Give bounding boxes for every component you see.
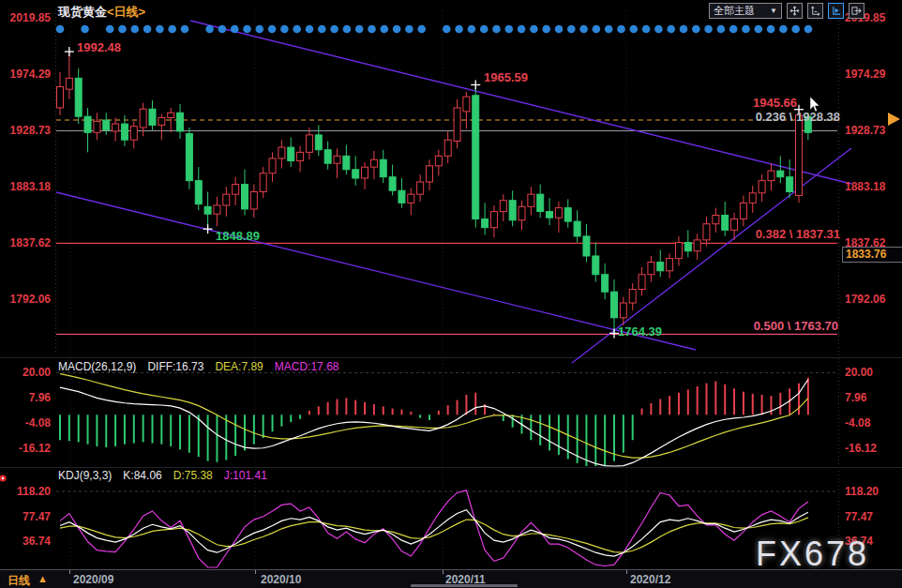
candle-body bbox=[158, 117, 165, 125]
d-line bbox=[60, 518, 808, 552]
candle-body bbox=[362, 167, 368, 178]
signal-dot bbox=[256, 25, 264, 34]
candle-body bbox=[260, 173, 266, 192]
signal-dot bbox=[717, 25, 726, 34]
signal-dot bbox=[530, 25, 538, 34]
candle-body bbox=[408, 194, 414, 203]
horizontal-scrollbar-thumb[interactable] bbox=[411, 584, 518, 587]
candle-body bbox=[315, 135, 322, 150]
candle-body bbox=[233, 185, 239, 195]
dea-line bbox=[60, 374, 808, 459]
macd-histogram bbox=[60, 378, 808, 466]
themes-dropdown[interactable]: 全部主题 ▼ bbox=[709, 3, 782, 19]
candle-body bbox=[297, 152, 304, 160]
move-crosshair-icon[interactable] bbox=[787, 3, 803, 19]
fx678-watermark: FX678 bbox=[756, 535, 869, 574]
candle-body bbox=[288, 147, 294, 160]
swing-high-label-1945: 1945.66 bbox=[753, 96, 797, 110]
signal-dot bbox=[181, 25, 189, 34]
candle-body bbox=[740, 203, 746, 219]
signal-dot bbox=[455, 25, 463, 34]
signal-dot bbox=[593, 25, 601, 34]
signal-dot bbox=[143, 25, 152, 34]
misc-markers bbox=[0, 113, 900, 482]
candle-body bbox=[435, 156, 442, 166]
detach-window-icon[interactable] bbox=[849, 3, 864, 19]
signal-dot bbox=[804, 25, 813, 34]
macd-params-label: MACD(26,12,9) bbox=[58, 360, 136, 373]
signal-dot bbox=[368, 25, 376, 34]
signal-dot bbox=[56, 25, 65, 34]
month-tick bbox=[626, 570, 627, 574]
candle-body bbox=[555, 208, 562, 219]
signal-dot bbox=[405, 25, 413, 34]
signal-dot bbox=[605, 25, 613, 34]
candle-body bbox=[684, 242, 691, 250]
swing-high-label-1965: 1965.59 bbox=[484, 70, 528, 84]
swing-low-label-1764: 1764.39 bbox=[618, 324, 662, 339]
candle-body bbox=[777, 171, 784, 177]
candle-body bbox=[602, 275, 609, 292]
candle-body bbox=[306, 135, 312, 152]
axis-play-icon[interactable] bbox=[828, 3, 844, 19]
gold-daily-chart-window: 2019.852019.851974.291974.291928.731928.… bbox=[0, 0, 902, 588]
signal-dot bbox=[617, 25, 625, 34]
candle-body bbox=[629, 290, 636, 303]
candle-body bbox=[103, 120, 110, 130]
trendlines bbox=[56, 21, 851, 363]
period-tag: <日线> bbox=[107, 5, 145, 19]
date-tick-oct: 2020/10 bbox=[261, 573, 301, 586]
candle-body bbox=[75, 78, 82, 116]
candle-body bbox=[490, 212, 497, 228]
month-tick bbox=[69, 570, 70, 574]
candle-body bbox=[444, 140, 451, 156]
chart-canvas[interactable] bbox=[0, 0, 902, 588]
signal-dot bbox=[330, 25, 338, 34]
candle-body bbox=[168, 113, 174, 117]
signal-dot bbox=[306, 25, 314, 34]
kdj-j-value: J:101.41 bbox=[224, 469, 267, 482]
chevron-down-icon: ▼ bbox=[770, 7, 777, 15]
axis-scale-icon[interactable] bbox=[807, 3, 823, 19]
candle-body bbox=[417, 182, 424, 194]
swing-high-label-1992: 1992.48 bbox=[77, 40, 121, 54]
signal-dot bbox=[131, 25, 140, 34]
candle-body bbox=[121, 124, 128, 140]
signal-dot bbox=[518, 25, 526, 34]
candle-body bbox=[130, 127, 137, 140]
candle-body bbox=[334, 156, 340, 163]
candle-body bbox=[149, 109, 156, 125]
signal-dot bbox=[417, 25, 426, 34]
period-selector[interactable]: 日线 bbox=[8, 573, 30, 588]
macd-diff-value: DIFF:16.73 bbox=[147, 360, 203, 373]
signal-dot bbox=[106, 25, 114, 34]
signal-dot bbox=[280, 25, 289, 34]
candle-body bbox=[648, 263, 654, 275]
date-tick-dec: 2020/12 bbox=[630, 573, 670, 586]
candle-body bbox=[223, 194, 230, 205]
candle-body bbox=[593, 256, 599, 275]
candle-body bbox=[537, 194, 544, 211]
candle-body bbox=[269, 158, 276, 173]
candle-body bbox=[787, 177, 793, 192]
candle-body bbox=[204, 206, 211, 214]
signal-dot bbox=[381, 25, 389, 34]
fib-236-label: 0.236 \ 1928.38 bbox=[756, 110, 840, 124]
candle-body bbox=[463, 97, 470, 112]
candle-body bbox=[380, 159, 386, 176]
candle-body bbox=[57, 87, 64, 108]
signal-dot bbox=[492, 25, 501, 34]
candle-body bbox=[353, 170, 359, 178]
candle-body bbox=[694, 240, 700, 251]
time-axis-bar: 日线 ▲ 2020/09 2020/10 2020/11 2020/12 bbox=[0, 569, 902, 588]
candle-body bbox=[611, 292, 618, 318]
month-tick bbox=[443, 570, 443, 574]
signal-dot-row bbox=[56, 25, 813, 34]
candle-body bbox=[94, 121, 100, 132]
signal-dot bbox=[355, 25, 364, 34]
signal-dot bbox=[231, 25, 239, 34]
candle-body bbox=[214, 205, 220, 214]
chart-title: 现货黄金<日线> bbox=[58, 4, 145, 21]
candle-body bbox=[547, 212, 553, 219]
candle-body bbox=[427, 166, 433, 182]
